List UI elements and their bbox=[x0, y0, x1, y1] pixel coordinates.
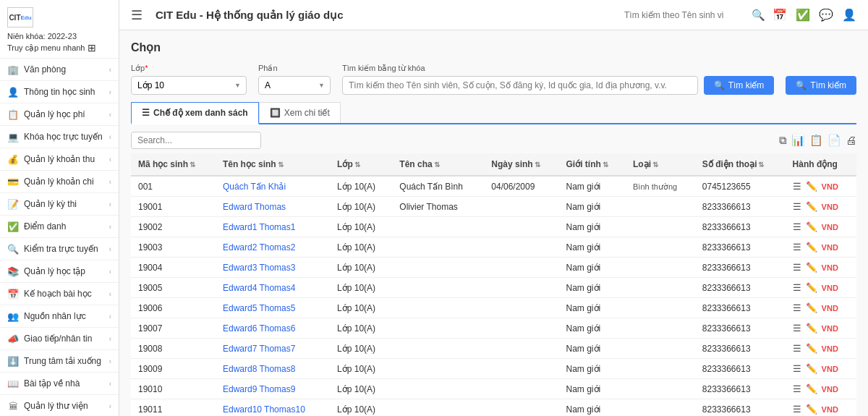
ten-hoc-sinh[interactable]: Edward7 Thomas7 bbox=[216, 339, 330, 359]
chat-icon[interactable]: 💬 bbox=[819, 8, 833, 22]
student-link[interactable]: Edward6 Thomas6 bbox=[223, 323, 296, 334]
csv-icon[interactable]: 📋 bbox=[809, 134, 823, 147]
sidebar-item[interactable]: 📋Quản lý học phí‹ bbox=[0, 103, 119, 126]
column-header[interactable]: Giới tính⇅ bbox=[559, 153, 626, 176]
ten-hoc-sinh[interactable]: Edward10 Thomas10 bbox=[216, 399, 330, 417]
column-header[interactable]: Mã học sinh⇅ bbox=[131, 153, 216, 176]
edit-icon[interactable]: ✏️ bbox=[806, 404, 817, 415]
student-link[interactable]: Quách Tấn Khải bbox=[223, 182, 286, 192]
sidebar-item[interactable]: 📣Giao tiếp/nhân tin‹ bbox=[0, 328, 119, 350]
edit-icon[interactable]: ✏️ bbox=[806, 242, 817, 252]
column-header[interactable]: Lớp⇅ bbox=[330, 153, 392, 176]
ten-hoc-sinh[interactable]: Edward1 Thomas1 bbox=[216, 217, 330, 237]
student-link[interactable]: Edward5 Thomas5 bbox=[223, 303, 296, 313]
edit-icon[interactable]: ✏️ bbox=[806, 323, 817, 334]
grid-icon[interactable]: ⊞ bbox=[88, 42, 96, 54]
hamburger-icon[interactable]: ☰ bbox=[131, 7, 142, 23]
edit-icon[interactable]: ✏️ bbox=[806, 343, 817, 354]
menu-icon[interactable]: ☰ bbox=[793, 363, 801, 374]
table-search-input[interactable] bbox=[131, 132, 261, 149]
sidebar-item[interactable]: 📖Bài tập về nhà‹ bbox=[0, 373, 119, 395]
menu-icon[interactable]: ☰ bbox=[793, 201, 801, 212]
student-link[interactable]: Edward Thomas bbox=[223, 202, 286, 212]
topbar-search-input[interactable] bbox=[624, 10, 747, 20]
edit-icon[interactable]: ✏️ bbox=[806, 181, 817, 192]
edit-icon[interactable]: ✏️ bbox=[806, 262, 817, 273]
keyword-search-input[interactable] bbox=[342, 76, 698, 95]
check-icon[interactable]: ✅ bbox=[796, 8, 810, 22]
vnd-button[interactable]: VND bbox=[822, 243, 838, 252]
vnd-button[interactable]: VND bbox=[822, 203, 838, 211]
sidebar-item[interactable]: ✅Điểm danh‹ bbox=[0, 216, 119, 238]
sidebar-item[interactable]: 👥Nguồn nhân lực‹ bbox=[0, 305, 119, 328]
search-button-right[interactable]: 🔍 Tìm kiếm bbox=[786, 76, 856, 95]
vnd-button[interactable]: VND bbox=[822, 263, 838, 272]
user-avatar-icon[interactable]: 👤 bbox=[842, 8, 856, 22]
column-header[interactable]: Tên cha⇅ bbox=[392, 153, 484, 176]
phan-select[interactable]: A bbox=[258, 76, 331, 95]
excel-icon[interactable]: 📊 bbox=[791, 134, 805, 147]
ten-hoc-sinh[interactable]: Edward8 Thomas8 bbox=[216, 359, 330, 379]
sidebar-item[interactable]: ⬇️Trung tâm tải xuống‹ bbox=[0, 350, 119, 373]
sidebar-item[interactable]: 🔍Kiểm tra trực tuyến‹ bbox=[0, 238, 119, 260]
menu-icon[interactable]: ☰ bbox=[793, 221, 801, 232]
ten-hoc-sinh[interactable]: Edward4 Thomas4 bbox=[216, 278, 330, 298]
menu-icon[interactable]: ☰ bbox=[793, 181, 801, 192]
ten-hoc-sinh[interactable]: Edward Thomas bbox=[216, 197, 330, 217]
print-icon[interactable]: 🖨 bbox=[846, 134, 856, 147]
vnd-button[interactable]: VND bbox=[822, 385, 838, 394]
ten-hoc-sinh[interactable]: Edward9 Thomas9 bbox=[216, 379, 330, 399]
tab-xem-chi-tiết[interactable]: 🔲Xem chi tiết bbox=[259, 102, 341, 123]
student-link[interactable]: Edward2 Thomas2 bbox=[223, 242, 296, 252]
vnd-button[interactable]: VND bbox=[822, 324, 838, 333]
edit-icon[interactable]: ✏️ bbox=[806, 383, 817, 394]
column-header[interactable]: Số điện thoại⇅ bbox=[695, 153, 786, 176]
menu-icon[interactable]: ☰ bbox=[793, 282, 801, 293]
column-header[interactable]: Ngày sinh⇅ bbox=[484, 153, 558, 176]
sidebar-item[interactable]: 📅Kế hoạch bài học‹ bbox=[0, 283, 119, 305]
column-header[interactable]: Tên học sinh⇅ bbox=[216, 153, 330, 176]
ten-hoc-sinh[interactable]: Edward3 Thomas3 bbox=[216, 258, 330, 278]
copy-icon[interactable]: ⧉ bbox=[779, 134, 787, 147]
student-link[interactable]: Edward3 Thomas3 bbox=[223, 263, 296, 273]
sidebar-item[interactable]: 💰Quản lý khoản thu‹ bbox=[0, 148, 119, 171]
calendar-icon[interactable]: 📅 bbox=[773, 8, 787, 22]
student-link[interactable]: Edward9 Thomas9 bbox=[223, 384, 296, 394]
vnd-button[interactable]: VND bbox=[822, 405, 838, 414]
vnd-button[interactable]: VND bbox=[822, 284, 838, 292]
sidebar-item[interactable]: 💳Quản lý khoản chi‹ bbox=[0, 171, 119, 193]
edit-icon[interactable]: ✏️ bbox=[806, 221, 817, 232]
sidebar-item[interactable]: 💻Khóa học trực tuyến‹ bbox=[0, 126, 119, 148]
sidebar-item[interactable]: 📚Quản lý học tập‹ bbox=[0, 260, 119, 283]
ten-hoc-sinh[interactable]: Quách Tấn Khải bbox=[216, 176, 330, 197]
menu-icon[interactable]: ☰ bbox=[793, 404, 801, 415]
student-link[interactable]: Edward4 Thomas4 bbox=[223, 283, 296, 293]
menu-icon[interactable]: ☰ bbox=[793, 262, 801, 273]
pdf-icon[interactable]: 📄 bbox=[827, 134, 841, 147]
vnd-button[interactable]: VND bbox=[822, 182, 838, 191]
ten-hoc-sinh[interactable]: Edward5 Thomas5 bbox=[216, 298, 330, 318]
column-header[interactable]: Hành động bbox=[786, 153, 856, 176]
lop-select[interactable]: Lớp 10 bbox=[131, 76, 247, 95]
search-icon[interactable]: 🔍 bbox=[752, 9, 765, 22]
edit-icon[interactable]: ✏️ bbox=[806, 282, 817, 293]
ten-hoc-sinh[interactable]: Edward6 Thomas6 bbox=[216, 318, 330, 339]
vnd-button[interactable]: VND bbox=[822, 223, 838, 232]
sidebar-item[interactable]: 🏢Văn phòng‹ bbox=[0, 59, 119, 81]
menu-icon[interactable]: ☰ bbox=[793, 343, 801, 354]
sidebar-item[interactable]: 📝Quản lý kỳ thi‹ bbox=[0, 193, 119, 216]
ten-hoc-sinh[interactable]: Edward2 Thomas2 bbox=[216, 237, 330, 258]
vnd-button[interactable]: VND bbox=[822, 365, 838, 373]
edit-icon[interactable]: ✏️ bbox=[806, 363, 817, 374]
vnd-button[interactable]: VND bbox=[822, 304, 838, 313]
sidebar-item[interactable]: 👤Thông tin học sinh‹ bbox=[0, 81, 119, 103]
search-button-left[interactable]: 🔍 Tìm kiếm bbox=[704, 76, 775, 95]
menu-icon[interactable]: ☰ bbox=[793, 323, 801, 334]
student-link[interactable]: Edward7 Thomas7 bbox=[223, 344, 296, 354]
student-link[interactable]: Edward8 Thomas8 bbox=[223, 364, 296, 374]
student-link[interactable]: Edward10 Thomas10 bbox=[223, 404, 305, 415]
vnd-button[interactable]: VND bbox=[822, 344, 838, 353]
edit-icon[interactable]: ✏️ bbox=[806, 302, 817, 313]
sidebar-item[interactable]: 🏛Quản lý thư viện‹ bbox=[0, 395, 119, 416]
menu-icon[interactable]: ☰ bbox=[793, 242, 801, 252]
